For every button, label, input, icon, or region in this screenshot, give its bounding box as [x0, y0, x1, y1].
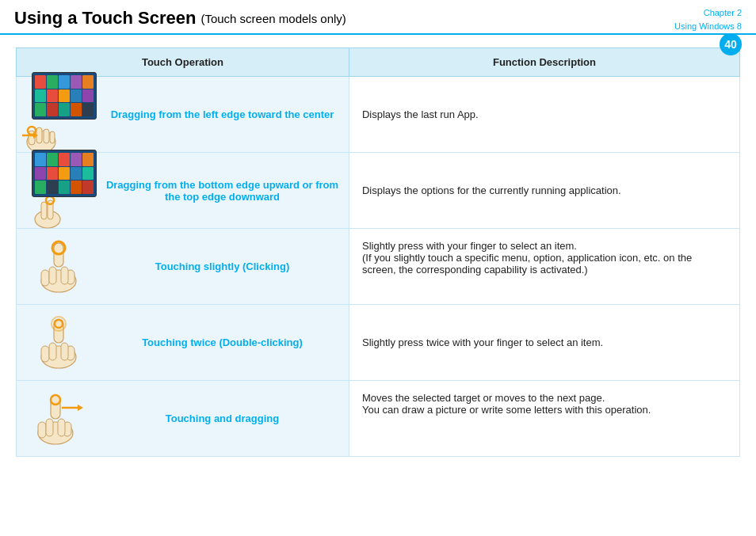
func-desc-drag-left: Displays the last run App. [349, 77, 739, 153]
svg-marker-35 [78, 405, 83, 411]
touch-op-cell-drag: Touching and dragging [17, 381, 349, 457]
svg-rect-21 [41, 346, 49, 362]
touch-click-image [23, 237, 94, 296]
func-desc-touch-drag: Moves the selected target or moves to th… [349, 381, 739, 457]
svg-rect-29 [38, 422, 46, 438]
touch-double-image [23, 313, 94, 372]
svg-rect-27 [51, 395, 60, 419]
page-title-sub: (Touch screen models only) [200, 12, 346, 25]
func-desc-drag-bottom: Displays the options for the currently r… [349, 153, 739, 229]
func-desc-click: Slightly press with your finger to selec… [349, 229, 739, 305]
touch-op-cell-drag-left: Dragging from the left edge toward the c… [17, 77, 349, 153]
drag-left-image [23, 85, 94, 144]
page-header: Using a Touch Screen (Touch screen model… [0, 0, 756, 35]
touch-op-cell-double: Touching twice (Double-clicking) [17, 305, 349, 381]
svg-rect-17 [61, 267, 68, 284]
svg-rect-16 [49, 267, 56, 284]
hand-touch-drag-icon [32, 392, 86, 446]
touch-drag-image [23, 389, 94, 448]
touch-op-cell-drag-bottom: ↑ [17, 153, 349, 229]
svg-rect-23 [49, 343, 56, 360]
table-row: ↑ [17, 153, 740, 229]
hand-drag-bottom-icon [30, 194, 65, 229]
main-content: Touch Operation Function Description [0, 35, 756, 465]
svg-rect-32 [58, 419, 65, 436]
page-badge: 40 [720, 33, 742, 55]
table-row: Touching slightly (Clicking) Slightly pr… [17, 229, 740, 305]
svg-rect-31 [46, 419, 53, 436]
hand-double-icon [35, 316, 82, 370]
svg-rect-14 [41, 270, 49, 286]
func-desc-double: Slightly press twice with your finger to… [349, 305, 739, 381]
touch-double-label: Touching twice (Double-clicking) [102, 336, 342, 348]
hand-click-icon [35, 240, 82, 294]
touch-op-cell-click: Touching slightly (Clicking) [17, 229, 349, 305]
page-title-main: Using a Touch Screen [14, 8, 196, 29]
chapter-sub: Using Windows 8 [674, 21, 742, 31]
touch-click-label: Touching slightly (Clicking) [102, 260, 342, 272]
chapter-info: Chapter 2 Using Windows 8 40 [674, 6, 742, 55]
chapter-label: Chapter 2 [704, 8, 742, 17]
table-row: Touching twice (Double-clicking) Slightl… [17, 305, 740, 381]
svg-rect-24 [61, 343, 68, 360]
func-desc-click-text: Slightly press with your finger to selec… [362, 240, 727, 276]
touch-drag-label: Touching and dragging [102, 412, 342, 424]
drag-bottom-image: ↑ [23, 161, 94, 220]
table-row: Dragging from the left edge toward the c… [17, 77, 740, 153]
table-row: Touching and dragging Moves the selected… [17, 381, 740, 457]
svg-rect-9 [41, 202, 47, 219]
touch-operations-table: Touch Operation Function Description [16, 48, 740, 457]
func-desc-touch-drag-text: Moves the selected target or moves to th… [362, 392, 727, 416]
svg-rect-4 [50, 131, 55, 143]
drag-bottom-label: Dragging from the bottom edge upward or … [102, 179, 342, 203]
svg-rect-3 [44, 129, 49, 143]
drag-left-label: Dragging from the left edge toward the c… [102, 108, 342, 120]
